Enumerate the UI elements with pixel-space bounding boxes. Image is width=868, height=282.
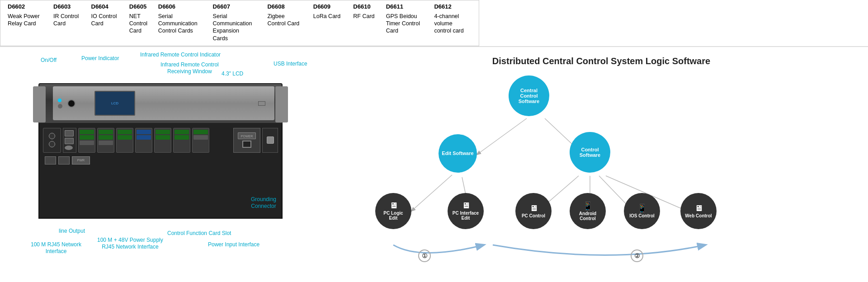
port-green-10	[175, 135, 189, 140]
col-d6608: D6608	[264, 2, 310, 12]
port-green-2	[80, 135, 94, 140]
subtitle-d6609: LoRa Card	[311, 12, 351, 43]
monitor-icon-1: 🖥	[383, 201, 403, 211]
label-on-off: On/Off	[41, 57, 57, 64]
node-edit-software: Edit Software	[439, 134, 477, 173]
card-slot-7	[192, 128, 209, 153]
unit-top: LCD	[38, 83, 283, 124]
network-port-1	[45, 156, 56, 164]
phone-icon: 📱	[629, 203, 655, 213]
port-gray-2	[99, 141, 113, 145]
subtitle-d6607: SerialCommunicationExpansionCards	[210, 12, 265, 43]
card-slot-3	[116, 128, 133, 153]
subtitle-d6612: 4-channelvolumecontrol card	[431, 12, 474, 43]
unit-bottom: POWER PWR	[38, 124, 283, 219]
label-lcd: 4.3" LCD	[222, 70, 243, 78]
col-d6604: D6604	[89, 2, 127, 12]
circle-num-2: ②	[631, 249, 643, 262]
subtitle-d6610: RF Card	[350, 12, 383, 43]
card-slot-5	[154, 128, 171, 153]
col-d6602: D6602	[5, 2, 51, 12]
label-infrared-indicator: Infrared Remote Control Indicator	[140, 52, 221, 59]
rj45-port-1	[65, 130, 74, 136]
circle-num-1: ①	[418, 249, 431, 262]
audio-outputs	[43, 128, 61, 153]
port-green-3	[99, 130, 113, 134]
card-slot-2	[97, 128, 114, 153]
grounding-connector	[267, 136, 274, 144]
power-section: POWER	[233, 128, 260, 153]
col-d6603: D6603	[51, 2, 88, 12]
monitor-icon-2: 🖥	[453, 201, 479, 211]
col-d6612: D6612	[431, 2, 474, 12]
port-blue-1	[137, 130, 151, 134]
node-central-control: CentralControlSoftware	[509, 75, 549, 116]
logic-canvas: CentralControlSoftware Edit Software Con…	[348, 71, 854, 265]
card-slot-1	[78, 128, 95, 153]
node-pc-logic-edit: 🖥 PC LogicEdit	[375, 193, 411, 229]
svg-line-2	[411, 175, 452, 211]
label-grounding: GroundingConnector	[251, 196, 276, 210]
monitor-icon-3: 🖥	[522, 204, 545, 213]
power-label: POWER	[238, 132, 256, 139]
label-power-input: Power Input Interface	[208, 241, 259, 249]
port-green-7	[156, 130, 170, 134]
subtitle-d6606: SerialCommunicationControl Cards	[156, 12, 210, 43]
grounding-area	[262, 128, 278, 153]
port-green-6	[118, 135, 132, 140]
node-android-control: 📱 AndroidControl	[570, 193, 606, 229]
node-ios-control: 📱 IOS Control	[624, 193, 660, 229]
left-hardware-diagram: On/Off Power Indicator Infrared Remote C…	[0, 47, 335, 268]
audio-jack-1	[49, 133, 55, 139]
right-logic-diagram: Distributed Central Control System Logic…	[335, 47, 868, 268]
table-header-row: D6602 D6603 D6604 D6605 D6606 D6607 D660…	[5, 2, 474, 12]
audio-jack-2	[49, 141, 55, 147]
node-web-control: 🖥 Web Control	[680, 193, 717, 229]
subtitle-d6611: GPS BeidouTimer ControlCard	[383, 12, 432, 43]
onoff-button[interactable]	[58, 104, 62, 108]
col-d6609: D6609	[311, 2, 351, 12]
bottom-interface-row: PWR	[43, 156, 278, 164]
subtitle-d6608: ZigbeeControl Card	[264, 12, 310, 43]
col-d6610: D6610	[350, 2, 383, 12]
front-panel: LCD	[53, 86, 274, 120]
logic-title: Distributed Central Control System Logic…	[348, 56, 854, 66]
card-slots-row: POWER	[43, 128, 278, 153]
label-control-function: Control Function Card Slot	[167, 230, 231, 237]
ear-left	[33, 86, 46, 122]
subtitle-d6604: IO ControlCard	[89, 12, 127, 43]
power-led	[58, 99, 61, 102]
lcd-screen: LCD	[94, 91, 135, 116]
usb-port	[258, 101, 265, 106]
tablet-icon: 📱	[579, 201, 596, 211]
rj45-port-2	[65, 138, 74, 144]
port-green-11	[193, 130, 208, 134]
port-green-9	[175, 130, 189, 134]
svg-line-0	[477, 118, 527, 155]
port-green-1	[80, 130, 94, 134]
node-pc-control: 🖥 PC Control	[515, 193, 552, 229]
port-green-4	[99, 135, 113, 140]
col-d6605: D6605	[127, 2, 156, 12]
card-slot-6	[173, 128, 190, 153]
port-green-8	[156, 135, 170, 140]
ir-window	[67, 99, 75, 108]
power-socket	[242, 141, 251, 148]
monitor-icon-4: 🖥	[685, 204, 712, 213]
top-table: D6602 D6603 D6604 D6605 D6606 D6607 D660…	[0, 0, 479, 46]
subtitle-d6602: Weak PowerRelay Card	[5, 12, 51, 43]
port-gray-1	[80, 141, 94, 145]
power-input-connector: PWR	[72, 156, 90, 164]
label-usb: USB Interface	[274, 61, 307, 68]
label-rj45-100m: 100 M RJ45 NetworkInterface	[31, 241, 81, 255]
subtitle-d6603: IR ControlCard	[51, 12, 88, 43]
node-control-software: ControlSoftware	[570, 132, 610, 173]
network-port-2	[58, 156, 70, 164]
rj45-group	[63, 128, 76, 153]
table-subtitle-row: Weak PowerRelay Card IR ControlCard IO C…	[5, 12, 474, 43]
node-pc-interface-edit: 🖥 PC InterfaceEdit	[448, 193, 484, 229]
middle-section: On/Off Power Indicator Infrared Remote C…	[0, 46, 868, 268]
col-d6607: D6607	[210, 2, 265, 12]
label-power-indicator: Power Indicator	[81, 55, 119, 62]
card-slot-4	[135, 128, 152, 153]
